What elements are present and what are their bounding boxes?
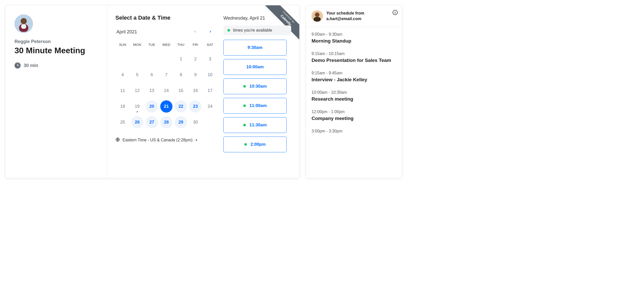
schedule-item: 12:00pm - 1:00pmCompany meeting (312, 110, 397, 121)
chevron-left-icon (193, 30, 197, 33)
calendar-cell: 26 (130, 114, 144, 130)
calendar-cell: 2 (188, 51, 203, 67)
weekday-header: SAT (203, 40, 217, 51)
calendar-cell: 16 (188, 83, 203, 99)
schedule-item-title: Demo Presentation for Sales Team (312, 58, 397, 63)
time-slots-list[interactable]: 9:30am10:00am10:30am11:00am11:30am2:00pm (223, 40, 291, 173)
schedule-item-title: Research meeting (312, 96, 397, 102)
calendar-day-30: 30 (189, 116, 202, 128)
calendar-cell: 1 (174, 51, 188, 67)
info-icon[interactable]: i (393, 10, 398, 15)
calendar-day-22[interactable]: 22 (175, 100, 187, 113)
month-label: April 2021 (116, 29, 137, 35)
available-dot-icon (243, 124, 246, 126)
calendar-cell (144, 51, 159, 67)
meeting-info-panel: Reggie Peterson 30 Minute Meeting 30 min (5, 5, 107, 178)
calendar-cell: 13 (144, 83, 159, 99)
schedule-item-time: 9:15am - 9:45am (312, 71, 397, 75)
calendar-cell: 20 (144, 99, 159, 114)
date-time-panel: Select a Date & Time April 2021 SUNMONTU… (107, 5, 299, 178)
time-slot[interactable]: 10:00am (223, 59, 287, 75)
user-avatar (312, 10, 323, 22)
schedule-list: 9:00am - 9:30amMorning Standup9:15am - 1… (306, 27, 402, 146)
calendar-day-25: 25 (117, 116, 129, 128)
time-slot[interactable]: 11:30am (223, 117, 287, 133)
schedule-item-time: 3:00pm - 3:30pm (312, 129, 397, 133)
sidebar-title-line2: a.hart@email.com (326, 16, 364, 22)
next-month-button[interactable] (208, 29, 213, 35)
host-name: Reggie Peterson (15, 39, 98, 44)
time-slot[interactable]: 11:00am (223, 98, 287, 114)
schedule-item-title: Morning Standup (312, 38, 397, 44)
svg-point-6 (315, 12, 319, 17)
calendar-day-1: 1 (175, 53, 187, 65)
calendar-cell: 17 (203, 83, 217, 99)
caret-down-icon: ▾ (196, 138, 197, 142)
calendar-day-12: 12 (131, 85, 143, 97)
duration-row: 30 min (15, 62, 98, 69)
schedule-item-time: 9:00am - 9:30am (312, 32, 397, 37)
calendar-cell: 4 (115, 67, 130, 83)
calendar-day-27[interactable]: 27 (146, 116, 158, 128)
calendar-cell (203, 114, 217, 130)
calendar-day-17: 17 (204, 85, 216, 97)
svg-point-1 (21, 18, 27, 24)
calendar-day-3: 3 (204, 53, 216, 65)
calendar-cell: 7 (159, 67, 173, 83)
calendar-day-10: 10 (204, 69, 216, 81)
timezone-selector[interactable]: Eastern Time - US & Canada (2:28pm) ▾ (115, 137, 217, 143)
calendar-cell: 12 (130, 83, 144, 99)
availability-legend: times you're available (223, 25, 291, 35)
chevron-right-icon (209, 30, 212, 33)
booking-card: POWERED BY Calendly Reggie Peterson 30 M… (5, 5, 300, 178)
calendar-day-20[interactable]: 20 (146, 100, 158, 113)
calendar-cell: 6 (144, 67, 159, 83)
calendar-cell: 8 (174, 67, 188, 83)
calendar-day-26[interactable]: 26 (131, 116, 143, 128)
calendar-day-13: 13 (146, 85, 158, 97)
calendar-day-29[interactable]: 29 (175, 116, 187, 128)
weekday-header: WED (159, 40, 173, 51)
calendar-day-21[interactable]: 21 (160, 100, 172, 113)
globe-icon (115, 137, 120, 143)
time-slot-label: 10:00am (246, 64, 264, 70)
section-title: Select a Date & Time (115, 15, 217, 21)
duration-label: 30 min (24, 63, 38, 68)
calendar-cell: 19 (130, 99, 144, 114)
schedule-item: 9:15am - 10:15amDemo Presentation for Sa… (312, 51, 397, 63)
weekday-header: SUN (115, 40, 130, 51)
time-slot-label: 11:30am (249, 123, 267, 128)
calendar-column: Select a Date & Time April 2021 SUNMONTU… (115, 15, 217, 173)
calendar-cell: 25 (115, 114, 130, 130)
calendar-day-7: 7 (160, 69, 172, 81)
calendar-day-11: 11 (117, 85, 129, 97)
time-slot-label: 2:00pm (250, 142, 266, 147)
calendar-cell: 21 (159, 99, 173, 114)
calendar-cell: 9 (188, 67, 203, 83)
time-slot-label: 10:30am (249, 84, 267, 89)
calendar-day-28[interactable]: 28 (160, 116, 172, 128)
calendar-cell: 24 (203, 99, 217, 114)
calendar-day-23[interactable]: 23 (189, 100, 202, 113)
calendar-cell: 18 (115, 99, 130, 114)
meeting-title: 30 Minute Meeting (15, 46, 98, 55)
times-column: Wednesday, April 21 times you're availab… (221, 15, 291, 173)
calendar-day-5: 5 (131, 69, 143, 81)
calendar-cell (159, 51, 173, 67)
calendar-day-6: 6 (146, 69, 158, 81)
calendar-cell: 3 (203, 51, 217, 67)
weekday-header: MON (130, 40, 144, 51)
prev-month-button[interactable] (192, 29, 198, 35)
weekday-header: THU (174, 40, 188, 51)
calendar-day-18: 18 (117, 100, 129, 113)
time-slot-label: 11:00am (249, 103, 267, 108)
time-slot[interactable]: 10:30am (223, 78, 287, 94)
calendar-day-15: 15 (175, 85, 187, 97)
calendar-cell (115, 51, 130, 67)
time-slot[interactable]: 2:00pm (223, 137, 287, 152)
available-dot-icon (243, 104, 246, 107)
calendar-cell: 29 (174, 114, 188, 130)
available-dot-icon (244, 143, 247, 146)
time-slot[interactable]: 9:30am (223, 40, 287, 56)
schedule-sidebar: Your schedule from a.hart@email.com i 9:… (306, 5, 403, 178)
